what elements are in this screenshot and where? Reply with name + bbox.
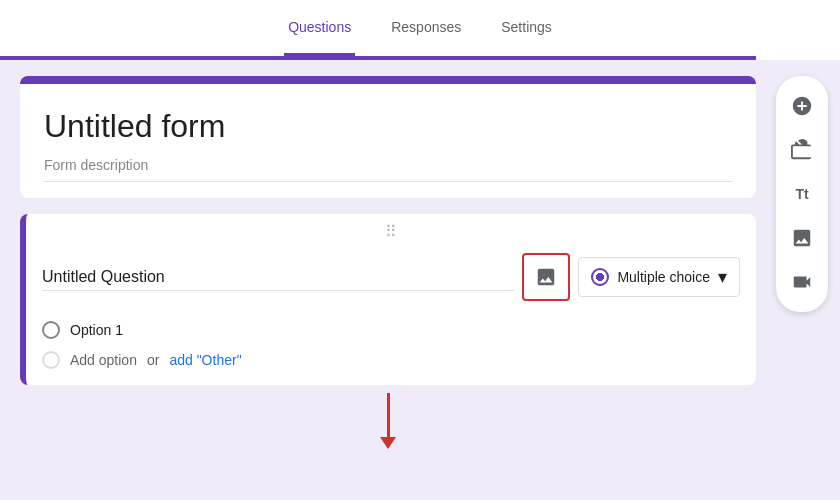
radio-circle-add xyxy=(42,351,60,369)
arrow-line xyxy=(387,393,390,437)
drag-handle[interactable]: ⠿ xyxy=(26,214,756,245)
tab-responses[interactable]: Responses xyxy=(387,0,465,56)
add-option-row: Add option or add "Other" xyxy=(42,351,740,369)
option-row: Option 1 xyxy=(42,321,740,339)
main-content: Untitled form Form description ⠿ xyxy=(0,60,840,500)
add-option-separator: or xyxy=(147,352,159,368)
add-image-button[interactable] xyxy=(522,253,570,301)
tab-settings-label: Settings xyxy=(501,19,552,35)
tab-settings[interactable]: Settings xyxy=(497,0,556,56)
question-input[interactable] xyxy=(42,264,514,291)
radio-icon xyxy=(591,268,609,286)
form-description[interactable]: Form description xyxy=(44,157,732,182)
add-question-button[interactable] xyxy=(784,88,820,124)
form-area: Untitled form Form description ⠿ xyxy=(0,60,776,500)
tab-questions[interactable]: Questions xyxy=(284,0,355,56)
right-sidebar: Tt xyxy=(776,76,828,312)
form-title-card: Untitled form Form description xyxy=(20,76,756,198)
import-question-button[interactable] xyxy=(784,132,820,168)
question-row: Multiple choice ▾ xyxy=(26,245,756,313)
arrow-head xyxy=(380,437,396,449)
top-nav: Questions Responses Settings xyxy=(0,0,840,56)
tab-responses-label: Responses xyxy=(391,19,461,35)
add-option-text[interactable]: Add option xyxy=(70,352,137,368)
add-video-button[interactable] xyxy=(784,264,820,300)
radio-circle-option1 xyxy=(42,321,60,339)
chevron-down-icon: ▾ xyxy=(718,266,727,288)
tab-questions-label: Questions xyxy=(288,19,351,35)
question-type-selector[interactable]: Multiple choice ▾ xyxy=(578,257,740,297)
question-type-label: Multiple choice xyxy=(617,269,710,285)
options-area: Option 1 Add option or add "Other" xyxy=(26,313,756,385)
add-title-button[interactable]: Tt xyxy=(784,176,820,212)
add-image-sidebar-button[interactable] xyxy=(784,220,820,256)
question-card-wrapper: ⠿ Multiple choice ▾ xyxy=(20,214,756,449)
question-card: ⠿ Multiple choice ▾ xyxy=(20,214,756,385)
arrow-annotation xyxy=(20,389,756,449)
option1-label: Option 1 xyxy=(70,322,123,338)
add-other-link[interactable]: add "Other" xyxy=(169,352,241,368)
form-title[interactable]: Untitled form xyxy=(44,108,732,145)
annotation-arrow xyxy=(380,393,396,449)
drag-dots-icon: ⠿ xyxy=(385,222,397,241)
